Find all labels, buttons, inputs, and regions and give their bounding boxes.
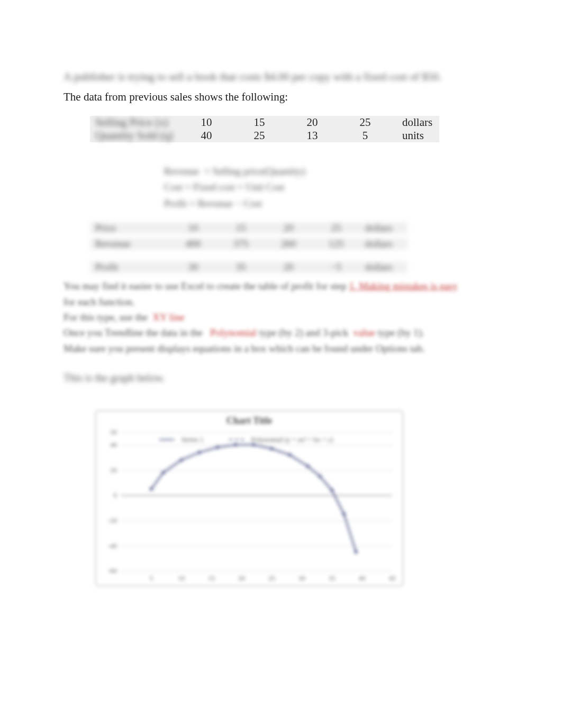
svg-point-1 [162, 471, 165, 475]
svg-point-8 [288, 453, 292, 457]
cell: 260 [265, 238, 312, 250]
text: type (by 1). [378, 327, 424, 338]
svg-point-7 [270, 447, 273, 450]
cell: 20 [265, 261, 312, 273]
text-highlight: 1. Making mistakes is easy [349, 280, 457, 292]
cell: 10 [169, 222, 217, 234]
chart-xtick: 35 [329, 574, 336, 583]
chart-xtick: 30 [298, 574, 305, 583]
instruction-paragraph: You may find it easier to use Excel to c… [64, 278, 498, 356]
row-label: Profit [90, 261, 169, 273]
unit: dollars [360, 222, 407, 234]
cell: −5 [312, 261, 360, 273]
text-highlight: value [353, 327, 375, 338]
text: For this type, use the [64, 312, 148, 323]
chart-xtick: 15 [208, 574, 215, 583]
chart-xtick: 25 [268, 574, 275, 583]
chart-ytick: 50 [101, 428, 117, 436]
def-term: Revenue [164, 166, 199, 177]
unit: dollars [360, 238, 407, 250]
cell: 15 [217, 222, 265, 234]
svg-point-11 [330, 489, 333, 492]
chart-xtick: 20 [238, 574, 245, 583]
chart-title: Chart Title [96, 415, 403, 426]
cell: 400 [169, 238, 217, 250]
page: A publisher is trying to sell a book tha… [0, 0, 562, 728]
row-label: Selling Price (x) [95, 116, 168, 129]
cell: 15 [233, 116, 286, 129]
def-body: = Revenue − Cost [189, 198, 262, 209]
profit-table: Profit 30 35 20 −5 dollars [90, 261, 407, 273]
chart: Chart Title -60-40-200204050510152025303… [95, 411, 403, 586]
graph-prompt: This is the graph below. [64, 372, 498, 384]
unit: dollars [360, 261, 407, 273]
cell: 10 [180, 116, 233, 129]
chart-line [121, 432, 392, 571]
text: type (by 2) and 3‑pick [259, 327, 348, 338]
unit: units [392, 129, 439, 142]
text: for each function. [64, 296, 135, 307]
text-highlight: XY line [152, 312, 184, 323]
svg-point-4 [216, 446, 219, 449]
cell: 125 [312, 238, 360, 250]
svg-point-12 [342, 513, 346, 516]
svg-point-0 [150, 488, 153, 491]
text: Make sure you present displays equations… [64, 343, 425, 354]
chart-ytick: -40 [101, 542, 117, 550]
row-label: Revenue [90, 238, 169, 250]
chart-xtick: 45 [389, 574, 396, 583]
text: Once you Trendline the data in the [64, 327, 203, 338]
chart-gridline [121, 571, 392, 571]
cell: 30 [169, 261, 217, 273]
svg-point-13 [355, 551, 358, 554]
chart-ytick: -60 [101, 567, 117, 575]
svg-point-3 [198, 451, 201, 454]
price-table: Price 10 15 20 25 dollars [90, 222, 407, 234]
cell: 375 [217, 238, 265, 250]
cell: 40 [180, 129, 233, 142]
def-body: = Selling price(Quantity) [204, 166, 305, 177]
def-term: Cost [164, 181, 183, 193]
chart-xtick: 10 [178, 574, 185, 583]
revenue-table: Revenue 400 375 260 125 dollars [90, 238, 407, 250]
cell: 35 [217, 261, 265, 273]
svg-point-9 [306, 465, 310, 468]
cell: 25 [339, 116, 392, 129]
chart-ytick: 20 [101, 466, 117, 475]
chart-plot: -60-40-20020405051015202530354045 [121, 432, 392, 571]
unit: dollars [392, 116, 439, 129]
cell: 25 [312, 222, 360, 234]
intro-line: The data from previous sales shows the f… [64, 89, 498, 106]
row-label: Price [90, 222, 169, 234]
cell: 13 [286, 129, 339, 142]
chart-ytick: 40 [101, 441, 117, 449]
row-label: Quantity Sold (q) [95, 129, 173, 142]
cell: 25 [233, 129, 286, 142]
svg-point-2 [180, 459, 183, 462]
text: table of profit for step [258, 280, 347, 292]
def-term: Profit [164, 198, 187, 209]
cell: 20 [286, 116, 339, 129]
svg-point-10 [318, 475, 321, 478]
definitions: Revenue = Selling price(Quantity) Cost =… [164, 163, 498, 212]
chart-ytick: -20 [101, 516, 117, 525]
text: You may find it easier to use Excel to c… [64, 280, 256, 292]
chart-ytick: 0 [101, 491, 117, 499]
cell: 20 [265, 222, 312, 234]
data-table: Selling Price (x) 10 15 20 25 dollars Qu… [90, 116, 439, 142]
def-body: = Fixed cost + Unit Cost [185, 181, 285, 193]
chart-xtick: 5 [150, 574, 153, 583]
chart-xtick: 40 [359, 574, 366, 583]
intro-line-blurred: A publisher is trying to sell a book tha… [64, 69, 498, 86]
text-highlight: Polynomial [210, 327, 257, 338]
chart-legend: Series 1Polynomial (y = ax² + bx + c) [159, 435, 387, 444]
cell: 5 [339, 129, 392, 142]
